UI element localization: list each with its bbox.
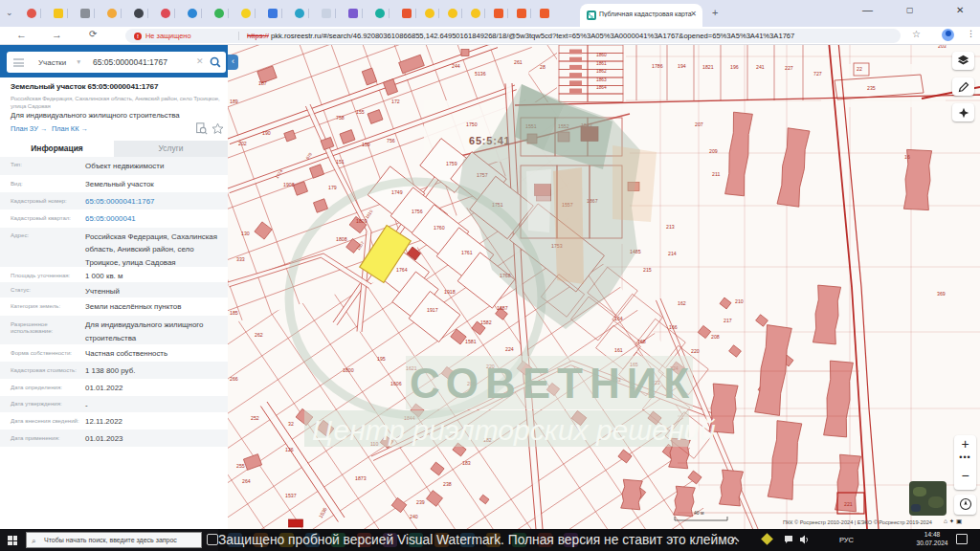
svg-text:1862: 1862: [596, 69, 607, 74]
svg-text:1808: 1808: [336, 236, 347, 242]
svg-text:261: 261: [514, 59, 523, 65]
svg-text:756: 756: [387, 138, 395, 143]
svg-text:221: 221: [844, 501, 853, 507]
svg-text:209: 209: [709, 148, 718, 154]
svg-text:239: 239: [416, 499, 425, 505]
svg-text:227: 227: [785, 65, 793, 71]
svg-text:210: 210: [735, 298, 744, 304]
svg-text:162: 162: [678, 300, 686, 306]
svg-text:220: 220: [691, 348, 700, 354]
svg-text:215: 215: [643, 267, 652, 273]
svg-text:1760: 1760: [434, 225, 445, 231]
svg-text:1756: 1756: [412, 209, 423, 214]
svg-text:168: 168: [637, 339, 646, 344]
svg-text:224: 224: [505, 346, 514, 352]
svg-text:244: 244: [452, 63, 460, 69]
svg-text:179: 179: [328, 185, 337, 190]
svg-text:238: 238: [443, 481, 452, 487]
svg-text:262: 262: [255, 332, 263, 338]
svg-text:1582: 1582: [480, 320, 492, 325]
svg-text:166: 166: [669, 324, 678, 330]
svg-text:235: 235: [867, 85, 876, 91]
svg-text:155: 155: [356, 109, 365, 115]
svg-text:1581: 1581: [465, 339, 477, 344]
svg-text:161: 161: [614, 347, 623, 353]
svg-text:126: 126: [285, 447, 294, 452]
svg-text:196: 196: [730, 64, 739, 70]
svg-text:164: 164: [614, 316, 623, 321]
svg-text:207: 207: [695, 121, 703, 127]
svg-text:40 м: 40 м: [694, 510, 704, 516]
svg-text:185: 185: [230, 310, 238, 316]
svg-text:1764: 1764: [396, 267, 408, 273]
svg-text:1860: 1860: [596, 53, 607, 57]
svg-text:1873: 1873: [355, 475, 367, 481]
svg-text:1749: 1749: [391, 189, 403, 195]
svg-text:203: 203: [938, 45, 947, 49]
svg-text:Центр риэлторских решений: Центр риэлторских решений: [312, 414, 716, 446]
svg-text:240: 240: [410, 514, 418, 519]
svg-text:194: 194: [678, 63, 686, 69]
svg-text:333: 333: [236, 256, 245, 262]
svg-text:1800: 1800: [343, 367, 354, 373]
svg-text:28: 28: [540, 64, 546, 70]
svg-text:1917: 1917: [427, 307, 438, 313]
svg-text:1863: 1863: [596, 77, 607, 82]
svg-text:264: 264: [242, 478, 251, 484]
svg-text:217: 217: [724, 318, 732, 323]
svg-text:1750: 1750: [466, 121, 478, 127]
svg-text:130: 130: [241, 231, 250, 236]
svg-text:183: 183: [462, 460, 471, 466]
svg-text:1606: 1606: [390, 381, 402, 386]
svg-text:22: 22: [857, 66, 862, 72]
svg-text:214: 214: [668, 251, 677, 256]
svg-text:5136: 5136: [475, 71, 486, 77]
svg-text:172: 172: [391, 99, 400, 104]
svg-text:241: 241: [756, 64, 765, 70]
svg-text:1918: 1918: [444, 289, 456, 295]
svg-text:1761: 1761: [461, 250, 473, 255]
svg-text:1759: 1759: [446, 161, 457, 166]
svg-text:1861: 1861: [596, 61, 607, 66]
svg-text:151: 151: [336, 159, 345, 165]
svg-text:1537: 1537: [285, 493, 297, 498]
svg-text:1864: 1864: [596, 85, 607, 90]
svg-text:1809: 1809: [356, 218, 368, 224]
svg-text:189: 189: [230, 99, 238, 104]
svg-text:252: 252: [251, 415, 259, 421]
svg-text:211: 211: [712, 171, 720, 177]
svg-text:208: 208: [711, 334, 720, 340]
svg-text:1786: 1786: [652, 63, 663, 69]
svg-text:266: 266: [230, 376, 238, 382]
svg-text:1821: 1821: [702, 64, 714, 70]
svg-text:16: 16: [904, 154, 910, 160]
svg-text:255: 255: [236, 463, 245, 469]
svg-text:159: 159: [362, 142, 370, 147]
svg-text:369: 369: [937, 291, 946, 297]
svg-text:758: 758: [336, 115, 345, 121]
svg-text:32: 32: [288, 421, 294, 427]
svg-text:187: 187: [258, 80, 267, 86]
svg-text:195: 195: [377, 356, 386, 362]
svg-text:1887: 1887: [497, 305, 508, 311]
svg-text:727: 727: [813, 71, 822, 77]
svg-text:190: 190: [262, 130, 271, 136]
svg-text:202: 202: [238, 141, 247, 146]
svg-text:СОВЕТНИК: СОВЕТНИК: [410, 360, 696, 407]
svg-text:213: 213: [666, 224, 675, 230]
svg-text:1908: 1908: [283, 182, 295, 187]
